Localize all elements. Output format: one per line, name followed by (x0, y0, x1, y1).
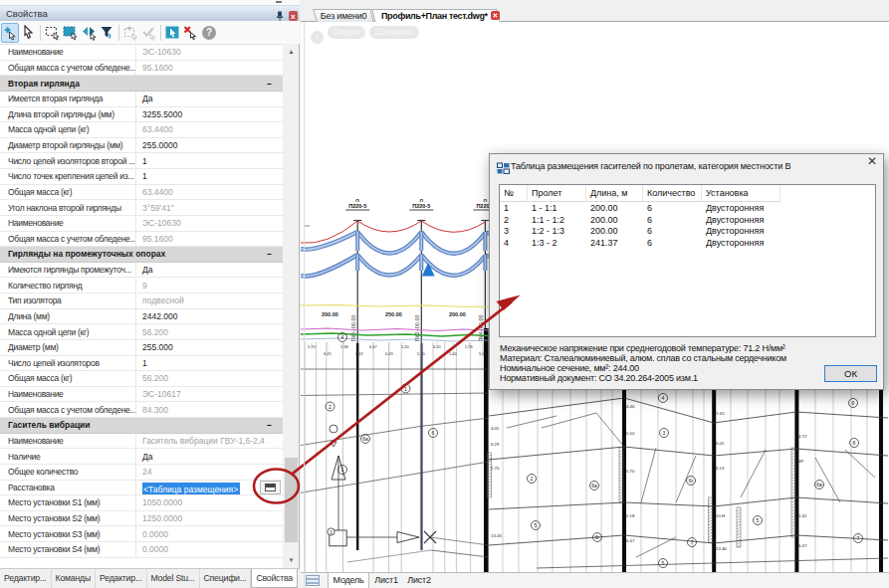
svg-text:2: 2 (531, 476, 534, 482)
svg-text:П220-5: П220-5 (412, 203, 430, 209)
svg-text:5: 5 (757, 517, 760, 523)
svg-text:5.70: 5.70 (417, 351, 426, 356)
svg-text:6.43: 6.43 (385, 351, 394, 356)
svg-text:6.25: 6.25 (324, 351, 333, 356)
svg-text:5.02: 5.02 (626, 431, 635, 436)
svg-text:13.43: 13.43 (491, 533, 502, 538)
svg-text:6а: 6а (591, 483, 597, 489)
svg-text:4P: 4P (798, 459, 803, 464)
svg-text:5.20: 5.20 (401, 344, 410, 349)
svg-text:6.42: 6.42 (355, 351, 364, 356)
svg-text:200.00: 200.00 (322, 311, 338, 317)
svg-text:200.00: 200.00 (449, 311, 466, 317)
svg-text:4.40: 4.40 (626, 404, 635, 409)
svg-text:4: 4 (662, 395, 665, 401)
svg-text:5: 5 (662, 560, 665, 566)
svg-text:10.H: 10.H (716, 513, 725, 518)
svg-text:ПК4+00.00: ПК4+00.00 (478, 314, 484, 341)
svg-text:5.40: 5.40 (449, 351, 458, 356)
svg-text:5.76: 5.76 (465, 344, 474, 349)
svg-text:5: 5 (535, 522, 538, 528)
svg-text:5.38: 5.38 (340, 344, 349, 349)
svg-text:6.4Y: 6.4Y (798, 543, 807, 548)
svg-text:4.72: 4.72 (798, 434, 807, 439)
svg-text:6: 6 (852, 400, 855, 406)
svg-text:6.05: 6.05 (716, 441, 725, 446)
svg-text:5.70: 5.70 (626, 469, 635, 474)
svg-text:6.47: 6.47 (626, 538, 635, 543)
svg-text:250.00: 250.00 (385, 311, 402, 317)
svg-text:5.70: 5.70 (308, 344, 317, 349)
svg-text:6.13: 6.13 (716, 466, 725, 471)
svg-text:6: 6 (432, 430, 435, 436)
svg-text:П220-5: П220-5 (348, 203, 366, 209)
svg-text:7: 7 (857, 535, 860, 541)
svg-text:8: 8 (853, 440, 856, 446)
svg-text:1.70: 1.70 (491, 466, 500, 471)
svg-text:4: 4 (341, 334, 344, 340)
svg-text:6а: 6а (816, 482, 822, 488)
svg-text:3: 3 (663, 430, 666, 436)
svg-text:6.20: 6.20 (433, 344, 442, 349)
svg-text:6.29: 6.29 (491, 442, 500, 447)
svg-text:13.46: 13.46 (716, 546, 727, 551)
svg-text:2.42: 2.42 (798, 513, 807, 518)
svg-text:2: 2 (329, 404, 332, 410)
svg-text:7.43: 7.43 (716, 411, 725, 416)
svg-text:6.47: 6.47 (369, 344, 378, 349)
svg-text:7: 7 (691, 539, 694, 545)
svg-text:ᑎ: ᑎ (355, 197, 359, 203)
svg-text:ПК0+00.00: ПК0+00.00 (350, 314, 356, 341)
svg-text:6г: 6г (689, 478, 694, 484)
svg-text:5.24: 5.24 (479, 351, 488, 356)
svg-text:5.18: 5.18 (626, 513, 635, 518)
svg-text:1: 1 (404, 386, 407, 392)
svg-text:ᑎ: ᑎ (484, 197, 488, 203)
svg-text:4.05: 4.05 (491, 426, 500, 431)
svg-text:ПК2+00.00: ПК2+00.00 (414, 314, 420, 341)
svg-text:ᑎ: ᑎ (419, 197, 423, 203)
svg-text:6а: 6а (362, 436, 368, 442)
svg-text:6г: 6г (595, 534, 600, 540)
